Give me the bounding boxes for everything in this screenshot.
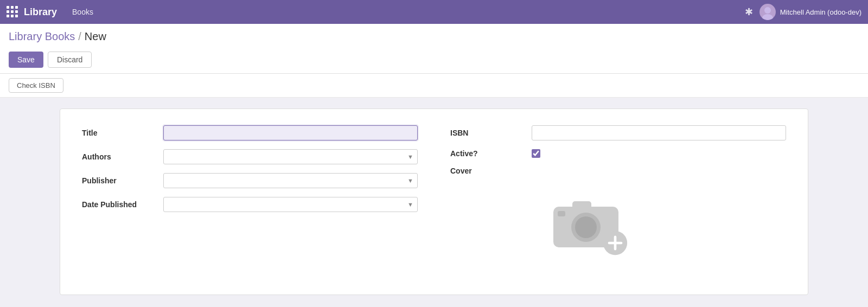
- apps-grid-icon[interactable]: [7, 6, 18, 18]
- title-control: [163, 125, 418, 140]
- publisher-row: Publisher ▼: [82, 173, 418, 188]
- svg-rect-6: [558, 211, 565, 216]
- cover-row: Cover: [450, 167, 786, 270]
- isbn-control: [532, 125, 786, 140]
- cover-control[interactable]: [532, 167, 786, 270]
- breadcrumb-separator: /: [78, 30, 81, 43]
- topnav: Library Books ✱ Mitchell Admin (odoo-dev…: [0, 0, 868, 24]
- title-label: Title: [82, 129, 163, 137]
- breadcrumb-current: New: [85, 30, 106, 43]
- topnav-actions: ✱ Mitchell Admin (odoo-dev): [745, 4, 861, 20]
- nav-books[interactable]: Books: [68, 5, 98, 18]
- active-control: [532, 149, 786, 158]
- date-published-label: Date Published: [82, 200, 163, 209]
- app-title: Library: [24, 7, 57, 18]
- title-input[interactable]: [163, 125, 418, 140]
- user-name: Mitchell Admin (odoo-dev): [780, 8, 861, 16]
- title-row: Title: [82, 125, 418, 140]
- authors-row: Authors ▼: [82, 149, 418, 164]
- camera-icon: [548, 190, 624, 252]
- page-header: Library Books / New Save Discard: [0, 24, 868, 74]
- form-left: Title Authors ▼: [82, 125, 418, 278]
- form-card: Title Authors ▼: [60, 108, 808, 295]
- svg-point-1: [762, 14, 773, 20]
- breadcrumb-parent[interactable]: Library Books: [9, 30, 75, 43]
- active-row: Active?: [450, 149, 786, 158]
- avatar: [760, 4, 776, 20]
- svg-point-4: [575, 216, 597, 238]
- authors-control: ▼: [163, 149, 418, 164]
- action-bar: Check ISBN: [0, 74, 868, 98]
- form-right: ISBN Active? Cover: [450, 125, 786, 278]
- publisher-label: Publisher: [82, 176, 163, 185]
- isbn-row: ISBN: [450, 125, 786, 140]
- form-layout: Title Authors ▼: [82, 125, 786, 278]
- check-isbn-button[interactable]: Check ISBN: [9, 78, 63, 93]
- main-area: Title Authors ▼: [0, 98, 868, 307]
- authors-select[interactable]: [163, 149, 418, 164]
- date-published-row: Date Published ▼: [82, 197, 418, 212]
- active-checkbox[interactable]: [532, 149, 540, 158]
- publisher-control: ▼: [163, 173, 418, 188]
- authors-label: Authors: [82, 152, 163, 161]
- svg-rect-5: [572, 201, 591, 210]
- cover-upload-area[interactable]: [532, 172, 640, 270]
- breadcrumb: Library Books / New: [9, 30, 859, 43]
- discard-button[interactable]: Discard: [48, 52, 92, 68]
- active-label: Active?: [450, 149, 532, 158]
- debug-icon[interactable]: ✱: [745, 6, 753, 18]
- save-button[interactable]: Save: [9, 52, 43, 68]
- isbn-input[interactable]: [532, 125, 786, 140]
- toolbar: Save Discard: [9, 48, 859, 73]
- user-menu[interactable]: Mitchell Admin (odoo-dev): [760, 4, 861, 20]
- cover-label: Cover: [450, 167, 532, 175]
- date-published-control: ▼: [163, 197, 418, 212]
- isbn-label: ISBN: [450, 129, 532, 137]
- publisher-select[interactable]: [163, 173, 418, 188]
- date-published-select[interactable]: [163, 197, 418, 212]
- svg-point-0: [764, 7, 771, 14]
